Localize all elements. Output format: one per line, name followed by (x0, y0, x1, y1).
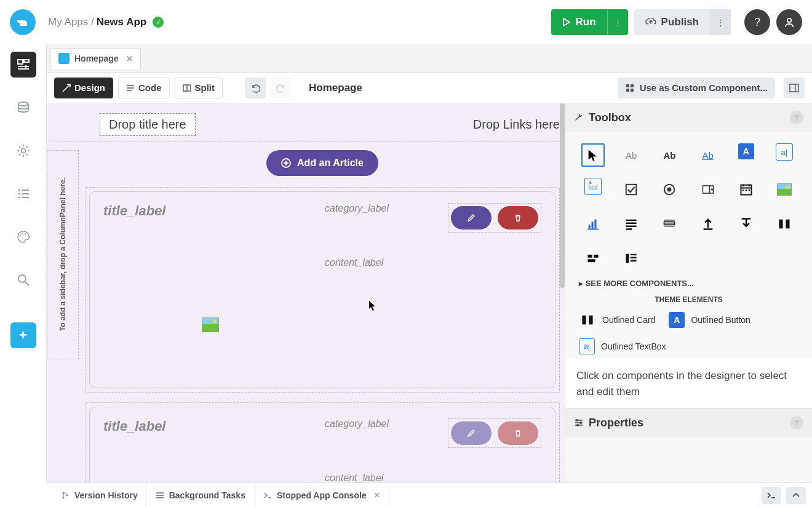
run-menu-button[interactable]: ⋮ (607, 9, 628, 35)
svg-rect-34 (588, 255, 592, 258)
undo-button[interactable] (245, 78, 266, 98)
edit-button[interactable] (451, 206, 492, 230)
rail-list-icon[interactable] (10, 181, 36, 207)
rail-settings-icon[interactable] (10, 138, 36, 164)
properties-header[interactable]: Properties ? (565, 408, 812, 437)
theme-outlined-button[interactable]: A Outlined Button (669, 312, 750, 328)
tool-download-icon[interactable] (734, 212, 758, 236)
tool-datagrid-icon[interactable] (619, 212, 643, 236)
right-panel: Toolbox ? Ab Ab Ab A a| abcd (565, 103, 812, 482)
mode-code-label: Code (138, 82, 162, 93)
redo-button (271, 78, 292, 98)
sync-ok-icon: ✓ (153, 17, 164, 28)
publish-label: Publish (661, 16, 699, 28)
title-label-placeholder[interactable]: title_label (103, 418, 325, 434)
tab-homepage[interactable]: Homepage ✕ (50, 48, 141, 69)
account-button[interactable] (776, 9, 802, 35)
svg-rect-36 (588, 259, 595, 262)
tab-close-icon[interactable]: ✕ (126, 54, 133, 63)
rail-forms-icon[interactable] (10, 52, 36, 78)
tool-textarea-icon[interactable]: abcd (584, 178, 602, 195)
tool-datepicker-icon[interactable] (734, 178, 758, 201)
mode-design-button[interactable]: Design (54, 78, 113, 98)
design-canvas[interactable]: Drop title here Drop Links here To add a… (47, 103, 565, 482)
console-terminal-button[interactable] (762, 487, 781, 504)
breadcrumb: My Apps / News App ✓ (48, 16, 164, 28)
tool-flowpanel-icon[interactable] (581, 247, 605, 270)
svg-rect-1 (18, 60, 23, 64)
theme-elements-header: THEME ELEMENTS (565, 293, 812, 306)
tool-radio-icon[interactable] (658, 178, 681, 201)
toolbox-header[interactable]: Toolbox ? (565, 103, 812, 132)
theme-outlined-card[interactable]: Outlined Card (579, 311, 655, 329)
svg-point-40 (576, 419, 578, 421)
svg-rect-20 (626, 185, 637, 195)
tool-fileupload-icon[interactable] (696, 212, 720, 236)
tool-button-icon[interactable]: A (738, 143, 754, 159)
edit-button[interactable] (451, 421, 492, 445)
content-label-placeholder[interactable]: content_label (325, 257, 541, 268)
category-label-placeholder[interactable]: category_label (325, 203, 448, 214)
theme-outlined-textbox[interactable]: a| Outlined TextBox (579, 338, 666, 354)
rail-theme-icon[interactable] (10, 224, 36, 250)
tool-xypanel-icon[interactable] (619, 247, 643, 270)
tool-image-icon[interactable] (773, 178, 796, 201)
add-article-button[interactable]: Add an Article (266, 150, 378, 176)
background-tasks-label: Background Tasks (169, 490, 245, 500)
delete-button[interactable] (498, 206, 538, 230)
rail-add-button[interactable]: + (10, 322, 36, 348)
svg-rect-28 (589, 225, 591, 229)
breadcrumb-parent[interactable]: My Apps / (48, 16, 94, 28)
tool-dropdown-icon[interactable] (696, 178, 720, 201)
svg-point-0 (787, 18, 791, 22)
breadcrumb-current[interactable]: News App (97, 16, 147, 28)
see-more-components[interactable]: SEE MORE COMPONENTS... (565, 276, 812, 293)
article-card-2[interactable]: title_label category_label (85, 402, 560, 482)
tool-plot-icon[interactable] (581, 212, 605, 236)
category-label-placeholder[interactable]: category_label (325, 418, 448, 429)
canvas-scrollbar[interactable] (560, 103, 565, 288)
console-expand-button[interactable] (786, 487, 806, 504)
svg-point-6 (18, 190, 20, 191)
publish-button[interactable]: Publish (634, 9, 710, 35)
tool-checkbox-icon[interactable] (619, 178, 643, 201)
run-label: Run (576, 16, 596, 28)
run-button[interactable]: Run (551, 9, 607, 35)
drop-links-slot[interactable]: Drop Links here (473, 118, 560, 132)
mode-split-button[interactable]: Split (175, 78, 223, 98)
article-card-1[interactable]: title_label category_label (85, 187, 560, 393)
rail-search-icon[interactable] (10, 267, 36, 293)
tool-textbox-icon[interactable]: a| (776, 143, 793, 161)
custom-component-label: Use as Custom Component... (640, 82, 768, 93)
add-article-label: Add an Article (297, 158, 364, 169)
tool-label-bold-icon[interactable]: Ab (658, 143, 681, 167)
rail-database-icon[interactable] (10, 95, 36, 121)
title-label-placeholder[interactable]: title_label (103, 203, 325, 219)
tool-repeatingpanel-icon[interactable] (658, 212, 681, 236)
console-close-icon[interactable]: ✕ (374, 491, 380, 500)
use-as-custom-component-button[interactable]: Use as Custom Component... (618, 78, 775, 98)
tool-pointer-icon[interactable] (581, 143, 605, 167)
tool-columnpanel-icon[interactable] (773, 212, 796, 236)
mode-code-button[interactable]: Code (118, 78, 170, 98)
card-actions (448, 418, 541, 448)
toggle-panel-button[interactable] (784, 78, 805, 98)
publish-menu-button[interactable]: ⋮ (710, 9, 731, 35)
svg-point-5 (21, 149, 25, 153)
svg-point-8 (18, 197, 20, 199)
anvil-logo[interactable] (10, 9, 36, 35)
tool-link-icon[interactable]: Ab (696, 143, 720, 167)
toolbox-help-icon[interactable]: ? (790, 111, 803, 124)
bottom-tab-app-console[interactable]: Stopped App Console ✕ (255, 483, 389, 507)
help-button[interactable]: ? (744, 9, 770, 35)
svg-point-12 (18, 275, 26, 282)
tool-label-icon[interactable]: Ab (619, 143, 643, 167)
delete-button[interactable] (498, 421, 538, 445)
image-placeholder-icon[interactable] (202, 317, 219, 332)
content-label-placeholder[interactable]: content_label (325, 473, 541, 482)
properties-help-icon[interactable]: ? (790, 416, 803, 429)
bottom-tab-background-tasks[interactable]: Background Tasks (147, 483, 255, 507)
sidebar-drop-hint[interactable]: To add a sidebar, drop a ColumnPanel her… (47, 150, 79, 359)
drop-title-slot[interactable]: Drop title here (100, 113, 196, 136)
bottom-tab-version-history[interactable]: Version History (52, 483, 147, 507)
